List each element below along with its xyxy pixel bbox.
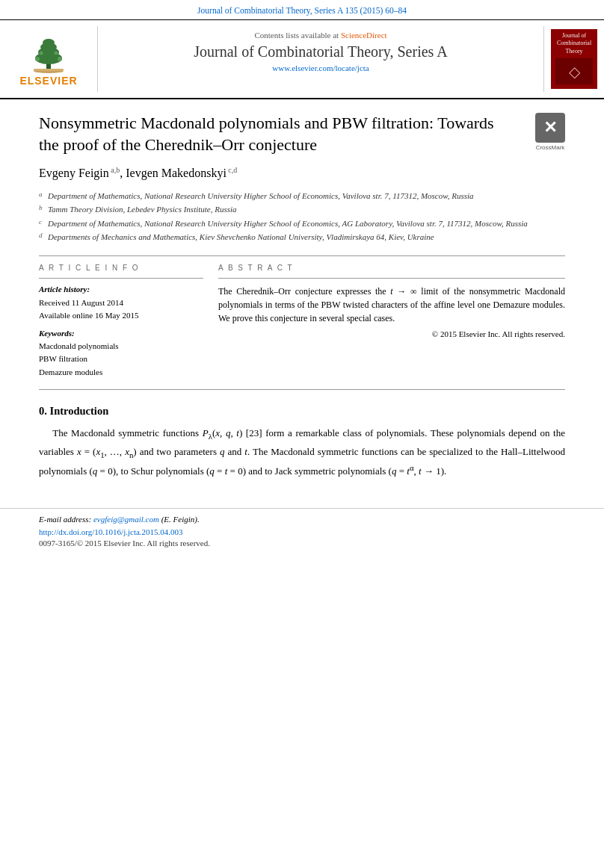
- journal-title-header: Journal of Combinatorial Theory, Series …: [105, 43, 536, 61]
- footer-email-line: E-mail address: evgfeig@gmail.com (E. Fe…: [39, 515, 565, 524]
- elsevier-wordmark: ELSEVIER: [19, 75, 77, 87]
- author-1: Evgeny Feigin: [39, 167, 109, 180]
- two-column-section: A R T I C L E I N F O Article history: R…: [39, 264, 565, 379]
- abstract-text: The Cherednik–Orr conjecture expresses t…: [218, 285, 565, 325]
- article-info-label: A R T I C L E I N F O: [39, 264, 203, 272]
- journal-cover-thumbnail: Journal ofCombinatorialTheory ◇: [544, 26, 604, 92]
- page: Journal of Combinatorial Theory, Series …: [0, 0, 604, 868]
- svg-point-5: [35, 57, 40, 61]
- affil-c: c Department of Mathematics, National Re…: [39, 217, 565, 230]
- footer-area: E-mail address: evgfeig@gmail.com (E. Fe…: [0, 508, 604, 557]
- crossmark-label: CrossMark: [536, 144, 565, 152]
- intro-paragraph-1: The Macdonald symmetric functions Pλ(x, …: [39, 425, 565, 480]
- email-person: (E. Feigin).: [161, 515, 200, 524]
- keyword-2: PBW filtration: [39, 353, 203, 366]
- affiliations: a Department of Mathematics, National Re…: [39, 190, 565, 244]
- svg-point-6: [58, 57, 62, 61]
- author-1-sup: a,b: [109, 166, 120, 174]
- email-link[interactable]: evgfeig@gmail.com: [93, 515, 159, 524]
- section-divider-1: [39, 255, 565, 256]
- affil-d: d Departments of Mechanics and Mathemati…: [39, 231, 565, 244]
- abstract-divider: [218, 278, 565, 279]
- elsevier-logo-area: ELSEVIER: [0, 26, 97, 92]
- journal-url[interactable]: www.elsevier.com/locate/jcta: [105, 63, 536, 72]
- keyword-1: Macdonald polynomials: [39, 340, 203, 353]
- contents-line: Contents lists available at ScienceDirec…: [105, 31, 536, 40]
- svg-point-4: [43, 39, 55, 46]
- article-info-column: A R T I C L E I N F O Article history: R…: [39, 264, 203, 379]
- journal-center-info: Contents lists available at ScienceDirec…: [97, 26, 544, 92]
- main-content: Nonsymmetric Macdonald polynomials and P…: [0, 99, 604, 500]
- abstract-label: A B S T R A C T: [218, 264, 565, 272]
- info-divider: [39, 278, 203, 279]
- author-2-sup: c,d: [226, 166, 237, 174]
- section-divider-2: [39, 389, 565, 390]
- footer-doi[interactable]: http://dx.doi.org/10.1016/j.jcta.2015.04…: [39, 527, 565, 536]
- svg-point-7: [40, 51, 43, 55]
- journal-header: ELSEVIER Contents lists available at Sci…: [0, 20, 604, 99]
- journal-cover-image: Journal ofCombinatorialTheory ◇: [551, 29, 597, 89]
- affil-a: a Department of Mathematics, National Re…: [39, 190, 565, 202]
- abstract-column: A B S T R A C T The Cherednik–Orr conjec…: [218, 264, 565, 379]
- article-title: Nonsymmetric Macdonald polynomials and P…: [39, 113, 565, 155]
- affil-b: b Tamm Theory Division, Lebedev Physics …: [39, 203, 565, 216]
- introduction-heading: 0. Introduction: [39, 405, 565, 418]
- elsevier-tree-icon: [15, 32, 82, 73]
- received-date: Received 11 August 2014: [39, 297, 203, 310]
- journal-citation: Journal of Combinatorial Theory, Series …: [197, 6, 407, 15]
- history-label: Article history:: [39, 285, 203, 294]
- top-citation-bar: Journal of Combinatorial Theory, Series …: [0, 0, 604, 20]
- crossmark-badge[interactable]: ✕ CrossMark: [535, 113, 565, 152]
- available-date: Available online 16 May 2015: [39, 309, 203, 323]
- email-label: E-mail address:: [39, 515, 91, 524]
- keyword-3: Demazure modules: [39, 366, 203, 379]
- svg-point-8: [55, 51, 58, 55]
- sciencedirect-link[interactable]: ScienceDirect: [341, 31, 387, 40]
- keywords-label: Keywords:: [39, 329, 203, 338]
- author-2: Ievgen Makedonskyi: [126, 167, 226, 180]
- abstract-copyright: © 2015 Elsevier Inc. All rights reserved…: [218, 329, 565, 338]
- svg-rect-10: [34, 69, 64, 71]
- crossmark-icon: ✕: [535, 113, 565, 143]
- footer-copyright: 0097-3165/© 2015 Elsevier Inc. All right…: [39, 539, 565, 548]
- authors-line: Evgeny Feigin a,b, Ievgen Makedonskyi c,…: [39, 166, 565, 180]
